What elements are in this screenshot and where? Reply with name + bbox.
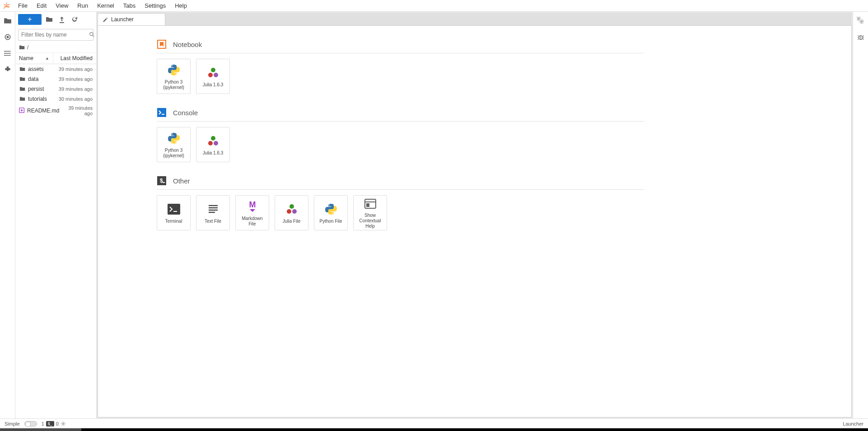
toc-icon[interactable] <box>3 49 12 58</box>
menubar: FileEditViewRunKernelTabsSettingsHelp <box>0 0 868 12</box>
section-label: Other <box>173 177 190 185</box>
new-launcher-button[interactable]: + <box>18 14 42 25</box>
launcher-content: NotebookPython 3 (ipykernel)Julia 1.6.3C… <box>98 25 852 417</box>
file-row[interactable]: data39 minutes ago <box>15 74 96 84</box>
file-row[interactable]: README.md39 minutes ago <box>15 104 96 117</box>
status-terminals[interactable]: 1 $_ 0 <box>42 421 66 426</box>
menu-file[interactable]: File <box>14 2 32 9</box>
file-name: README.md <box>27 108 59 114</box>
file-browser-toolbar: + <box>15 12 96 27</box>
terminal-chip-icon: $_ <box>46 421 54 426</box>
folder-icon <box>19 44 25 51</box>
launcher-card-terminal[interactable]: Terminal <box>157 195 191 230</box>
file-row[interactable]: persist39 minutes ago <box>15 84 96 94</box>
launcher-card-pyfile[interactable]: Python File <box>314 195 348 230</box>
search-icon <box>89 32 95 38</box>
file-modified: 39 minutes ago <box>50 86 93 92</box>
card-label: Text File <box>205 219 221 224</box>
file-modified: 39 minutes ago <box>59 105 93 116</box>
running-kernels-icon[interactable] <box>3 33 12 42</box>
julia-icon <box>284 201 299 217</box>
file-modified: 30 minutes ago <box>50 96 93 102</box>
julia-icon <box>205 133 221 149</box>
status-right: Launcher <box>843 421 863 426</box>
launcher-section-other: OtherTerminalText FileMarkdown FileJulia… <box>157 176 644 230</box>
file-name: assets <box>28 66 50 72</box>
jupyter-logo-icon <box>3 2 11 10</box>
card-label: Show Contextual Help <box>355 213 385 229</box>
upload-icon[interactable] <box>57 14 67 24</box>
launcher-tab-icon <box>103 17 108 23</box>
folder-icon <box>19 75 26 83</box>
file-filter[interactable] <box>18 29 93 41</box>
breadcrumb-root: / <box>27 44 28 51</box>
terminal-icon <box>166 201 182 217</box>
menu-view[interactable]: View <box>51 2 73 9</box>
simple-mode-label: Simple <box>5 421 20 426</box>
launcher-card-juliafile[interactable]: Julia File <box>275 195 308 230</box>
tab-launcher[interactable]: Launcher <box>98 13 165 25</box>
folder-icon <box>19 66 26 73</box>
section-label: Console <box>173 109 198 117</box>
file-browser-icon[interactable] <box>3 16 12 25</box>
card-label: Markdown File <box>238 216 267 227</box>
file-name: persist <box>28 86 50 92</box>
os-taskbar <box>0 428 868 431</box>
card-label: Julia 1.6.3 <box>203 150 224 156</box>
property-inspector-bar <box>853 12 868 418</box>
work-area: Launcher NotebookPython 3 (ipykernel)Jul… <box>97 12 853 418</box>
launcher-card-ctxhelp[interactable]: Show Contextual Help <box>353 195 387 230</box>
launcher-card-julia-con[interactable]: Julia 1.6.3 <box>196 127 230 162</box>
menu-help[interactable]: Help <box>170 2 191 9</box>
breadcrumb[interactable]: / <box>15 42 96 53</box>
launcher-card-py3-nb[interactable]: Python 3 (ipykernel) <box>157 59 191 94</box>
file-modified: 39 minutes ago <box>50 66 93 72</box>
launcher-section-notebook: NotebookPython 3 (ipykernel)Julia 1.6.3 <box>157 39 644 94</box>
markdown-icon <box>19 107 25 114</box>
launcher-card-textfile[interactable]: Text File <box>196 195 230 230</box>
sort-asc-icon: ▲ <box>45 56 49 61</box>
card-label: Python 3 (ipykernel) <box>159 148 188 159</box>
file-list-header: Name ▲ Last Modified <box>15 53 96 64</box>
console-section-icon <box>157 108 167 117</box>
menu-run[interactable]: Run <box>73 2 93 9</box>
kernel-status-icon <box>61 421 66 426</box>
file-row[interactable]: assets39 minutes ago <box>15 64 96 74</box>
section-label: Notebook <box>173 41 202 48</box>
launcher-card-julia-nb[interactable]: Julia 1.6.3 <box>196 59 230 94</box>
launcher-section-console: ConsolePython 3 (ipykernel)Julia 1.6.3 <box>157 108 644 162</box>
menu-edit[interactable]: Edit <box>32 2 51 9</box>
extensions-icon[interactable] <box>3 65 12 74</box>
other-section-icon <box>157 176 167 186</box>
notebook-section-icon <box>157 39 167 49</box>
card-label: Julia File <box>283 219 300 224</box>
menu-kernel[interactable]: Kernel <box>93 2 119 9</box>
column-name[interactable]: Name ▲ <box>15 53 53 64</box>
help-panel-icon <box>363 197 378 211</box>
launcher-card-mdfile[interactable]: Markdown File <box>235 195 269 230</box>
file-filter-input[interactable] <box>21 32 89 38</box>
tab-title: Launcher <box>111 16 134 23</box>
simple-mode-toggle[interactable] <box>24 421 37 426</box>
file-row[interactable]: tutorials30 minutes ago <box>15 94 96 104</box>
python-icon <box>166 131 182 146</box>
launcher-card-py3-con[interactable]: Python 3 (ipykernel) <box>157 127 191 162</box>
folder-icon <box>19 85 26 93</box>
file-name: tutorials <box>28 96 50 102</box>
python-icon <box>166 62 182 78</box>
card-label: Terminal <box>165 219 182 224</box>
menu-settings[interactable]: Settings <box>140 2 170 9</box>
menu-tabs[interactable]: Tabs <box>119 2 140 9</box>
new-folder-icon[interactable] <box>44 14 54 24</box>
card-label: Julia 1.6.3 <box>203 82 224 88</box>
property-inspector-icon[interactable] <box>856 16 865 25</box>
python-icon <box>323 201 339 217</box>
debugger-icon[interactable] <box>856 33 865 42</box>
status-bar: Simple 1 $_ 0 Launcher <box>0 418 868 428</box>
refresh-icon[interactable] <box>70 14 79 24</box>
column-modified[interactable]: Last Modified <box>53 53 96 64</box>
folder-icon <box>19 95 26 103</box>
card-label: Python File <box>319 219 342 224</box>
activity-bar <box>0 12 15 418</box>
card-label: Python 3 (ipykernel) <box>159 80 188 90</box>
